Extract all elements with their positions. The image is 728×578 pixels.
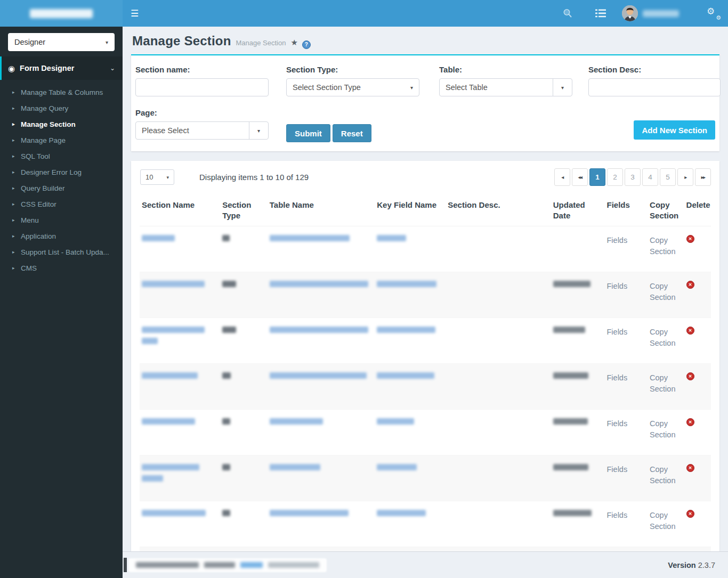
help-icon[interactable]: ?: [302, 40, 311, 49]
page-button-1[interactable]: 1: [589, 168, 605, 186]
cell-table-name: [268, 226, 375, 272]
table-name-link-redacted: [270, 510, 349, 516]
cell-key-field-name: [375, 455, 446, 501]
menu-arrow-icon: ▸: [12, 153, 21, 159]
sidebar-item-css-editor[interactable]: ▸CSS Editor: [0, 196, 123, 212]
delete-icon[interactable]: ✕: [686, 510, 694, 518]
version-label: Version: [668, 561, 695, 569]
user-menu[interactable]: [622, 5, 679, 21]
first-page-button[interactable]: ◂◂: [572, 168, 588, 186]
cell-delete: ✕: [684, 272, 711, 318]
copy-section-link[interactable]: Copy Section: [650, 282, 675, 302]
sidebar-item-cms[interactable]: ▸CMS: [0, 260, 123, 276]
fields-link[interactable]: Fields: [606, 282, 627, 290]
copy-section-link[interactable]: Copy Section: [650, 511, 675, 531]
page-size-select[interactable]: 10 ▾: [140, 169, 174, 185]
copy-section-link[interactable]: Copy Section: [650, 465, 675, 485]
last-page-button[interactable]: ▸▸: [695, 168, 711, 186]
cell-section-type: [220, 501, 268, 547]
caret-down-icon: ▾: [405, 85, 419, 91]
sidebar-item-label: CMS: [21, 264, 37, 272]
copy-section-link[interactable]: Copy Section: [650, 328, 675, 347]
menu-arrow-icon: ▸: [12, 185, 21, 191]
section-type-redacted: [222, 418, 230, 425]
sidebar-item-label: Manage Query: [21, 104, 68, 112]
sidebar-item-manage-page[interactable]: ▸Manage Page: [0, 132, 123, 148]
favorite-star-icon[interactable]: ★: [290, 38, 297, 47]
next-page-button[interactable]: ▸: [677, 168, 693, 186]
settings-gears-icon[interactable]: ⚙ ⚙: [707, 7, 721, 20]
section-type-redacted: [222, 510, 230, 516]
submit-button[interactable]: Submit: [286, 124, 330, 142]
delete-icon[interactable]: ✕: [686, 464, 694, 472]
app-logo[interactable]: [0, 0, 123, 27]
prev-page-button[interactable]: ◂: [554, 168, 570, 186]
sidebar-menu: ▸Manage Table & Columns▸Manage Query▸Man…: [0, 80, 123, 280]
status-text-redacted: [136, 562, 199, 568]
key-field-link-redacted: [377, 372, 434, 379]
fields-link[interactable]: Fields: [606, 511, 627, 519]
page-button-2[interactable]: 2: [607, 168, 623, 186]
delete-icon[interactable]: ✕: [686, 281, 694, 289]
fields-link[interactable]: Fields: [606, 465, 627, 474]
section-desc-label: Section Desc:: [588, 65, 721, 74]
section-type-redacted: [222, 327, 236, 333]
page-button-4[interactable]: 4: [642, 168, 658, 186]
sidebar-item-query-builder[interactable]: ▸Query Builder: [0, 180, 123, 196]
page-button-5[interactable]: 5: [660, 168, 676, 186]
fields-link[interactable]: Fields: [606, 236, 627, 245]
delete-icon[interactable]: ✕: [686, 235, 694, 243]
sidebar-item-designer-error-log[interactable]: ▸Designer Error Log: [0, 164, 123, 180]
cell-key-field-name: [375, 272, 446, 318]
caret-down-icon: ▾: [106, 39, 108, 45]
search-icon[interactable]: [562, 8, 573, 19]
updated-date-redacted: [553, 464, 588, 470]
menu-arrow-icon: ▸: [12, 249, 21, 255]
section-name-input[interactable]: [135, 78, 269, 96]
sidebar-item-support-list-batch-upda[interactable]: ▸Support List - Batch Upda...: [0, 244, 123, 260]
delete-icon[interactable]: ✕: [686, 418, 694, 426]
sidebar-group-form-designer[interactable]: ◉ Form Designer ⌄: [0, 56, 123, 80]
reset-button[interactable]: Reset: [333, 124, 371, 142]
sidebar-item-application[interactable]: ▸Application: [0, 228, 123, 244]
page-select[interactable]: Please Select ▾: [135, 121, 269, 140]
tasks-list-icon[interactable]: [595, 9, 606, 18]
footer: Version 2.3.7: [123, 551, 728, 578]
sidebar-item-menu[interactable]: ▸Menu: [0, 212, 123, 228]
column-header-delete: Delete: [684, 194, 711, 226]
fields-link[interactable]: Fields: [606, 419, 627, 428]
sidebar-item-manage-section[interactable]: ▸Manage Section: [0, 116, 123, 132]
section-desc-input[interactable]: [588, 78, 721, 96]
caret-down-icon: ▾: [249, 122, 268, 139]
cell-section-name: [140, 363, 220, 409]
status-handle[interactable]: [124, 558, 127, 572]
copy-section-link[interactable]: Copy Section: [650, 419, 675, 439]
fields-link[interactable]: Fields: [606, 328, 627, 336]
module-select[interactable]: Designer ▾: [8, 33, 115, 51]
sidebar-toggle-icon[interactable]: ☰: [131, 9, 139, 18]
section-name-link-redacted: [142, 281, 205, 287]
sidebar-item-label: CSS Editor: [21, 200, 56, 208]
delete-icon[interactable]: ✕: [686, 372, 694, 380]
column-header-section-name: Section Name: [140, 194, 220, 226]
section-type-redacted: [222, 235, 230, 241]
cell-fields: Fields: [604, 226, 648, 272]
copy-section-link[interactable]: Copy Section: [650, 373, 675, 393]
section-name-label: Section name:: [135, 65, 284, 74]
copy-section-link[interactable]: Copy Section: [650, 236, 675, 256]
add-new-section-button[interactable]: Add New Section: [634, 120, 715, 140]
sidebar-item-sql-tool[interactable]: ▸SQL Tool: [0, 148, 123, 164]
section-name-link-redacted: [142, 235, 175, 241]
cell-table-name: [268, 455, 375, 501]
sidebar-group-label: Form Designer: [20, 64, 110, 72]
sidebar-item-manage-query[interactable]: ▸Manage Query: [0, 100, 123, 116]
sidebar-item-label: Designer Error Log: [21, 168, 82, 176]
cell-section-desc: [446, 363, 551, 409]
section-type-select[interactable]: Select Section Type ▾: [286, 78, 419, 96]
sidebar-item-manage-table-columns[interactable]: ▸Manage Table & Columns: [0, 84, 123, 100]
cell-key-field-name: [375, 501, 446, 547]
delete-icon[interactable]: ✕: [686, 327, 694, 335]
fields-link[interactable]: Fields: [606, 373, 627, 382]
table-select[interactable]: Select Table ▾: [439, 78, 572, 96]
page-button-3[interactable]: 3: [625, 168, 641, 186]
